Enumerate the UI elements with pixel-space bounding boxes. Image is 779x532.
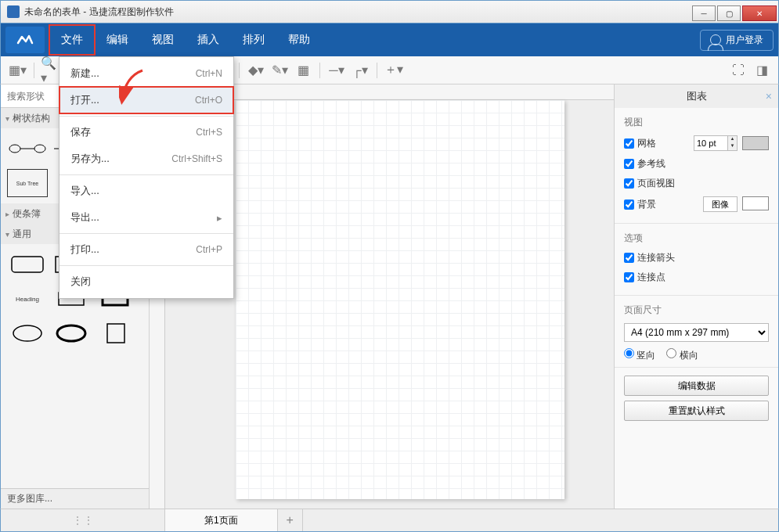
menu-new[interactable]: 新建...Ctrl+N [60,60,233,87]
menu-edit[interactable]: 编辑 [95,25,140,55]
menu-close[interactable]: 关闭 [60,268,233,295]
user-icon [710,34,721,45]
grid-label: 网格 [637,137,656,150]
guides-label: 参考线 [637,157,665,171]
guides-checkbox[interactable] [624,159,634,169]
view-heading: 视图 [624,116,769,129]
landscape-radio[interactable] [666,348,676,358]
separator [239,63,240,78]
pagesize-section: 页面尺寸 A4 (210 mm x 297 mm) 竖向 横向 [615,296,778,368]
menu-export[interactable]: 导出...▸ [60,204,233,231]
shape-subtree[interactable]: Sub Tree [7,169,48,197]
insert-button[interactable]: ＋▾ [384,60,404,81]
options-section: 选项 连接箭头 连接点 [615,224,778,296]
fill-color-button[interactable]: ◆▾ [246,60,266,81]
svg-rect-7 [12,257,43,272]
conn-arrow-checkbox[interactable] [624,253,634,263]
separator [34,63,34,78]
svg-point-11 [13,325,41,341]
app-logo[interactable] [5,27,45,53]
svg-point-12 [57,325,85,341]
connector-style[interactable]: ─▾ [326,60,347,81]
submenu-arrow-icon: ▸ [217,212,222,224]
bottom-tabbar: ⋮⋮ 第1页面 + [0,509,779,532]
close-button[interactable]: ✕ [742,5,777,21]
svg-rect-13 [107,324,124,343]
window-controls: ─ ▢ ✕ [692,2,778,21]
shape-rect-round[interactable] [7,250,48,279]
menu-import[interactable]: 导入... [60,178,233,204]
login-label: 用户登录 [726,34,763,47]
separator [60,265,233,266]
grid-size-spinner[interactable]: ▲▼ [728,135,738,151]
pageview-checkbox[interactable] [624,178,634,189]
conn-arrow-label: 连接箭头 [637,251,675,264]
menu-view[interactable]: 视图 [140,25,186,55]
more-libraries[interactable]: 更多图库... [1,488,149,509]
menu-save[interactable]: 保存Ctrl+S [60,119,233,146]
menu-help[interactable]: 帮助 [276,25,322,55]
svg-point-0 [9,145,20,153]
separator [60,174,233,175]
shape-heading[interactable]: Heading [7,285,48,313]
shadow-button[interactable]: ▦ [293,60,313,81]
format-panel-button[interactable]: ◨ [752,60,772,81]
separator [60,116,233,117]
minimize-button[interactable]: ─ [692,5,716,21]
menu-insert[interactable]: 插入 [186,25,231,55]
right-panel-title: 图表 × [615,84,778,108]
menu-open[interactable]: 打开...Ctrl+O [60,87,233,113]
shape-square[interactable] [95,319,135,347]
diagram-title: 图表 [687,89,707,103]
shape-ellipse[interactable] [7,319,48,347]
maximize-button[interactable]: ▢ [717,5,741,21]
waypoint-style[interactable]: ┌▾ [350,60,370,81]
bg-color-swatch[interactable] [742,196,769,210]
conn-point-checkbox[interactable] [624,272,634,282]
portrait-radio[interactable] [624,348,634,358]
titlebar: 未命名的表单 - 迅捷流程图制作软件 ─ ▢ ✕ [0,0,779,23]
shape-tree-1[interactable] [7,135,48,163]
canvas-page[interactable] [236,100,564,499]
file-dropdown: 新建...Ctrl+N 打开...Ctrl+O 保存Ctrl+S 另存为...C… [59,56,234,299]
pagesize-select[interactable]: A4 (210 mm x 297 mm) [624,323,769,342]
chevron-down-icon: ▾ [5,230,9,239]
grid-size-input[interactable] [694,135,728,151]
grid-checkbox[interactable] [624,138,634,149]
svg-point-1 [34,145,45,153]
login-button[interactable]: 用户登录 [700,30,774,51]
shape-ellipse-bold[interactable] [51,319,92,347]
menu-arrange[interactable]: 排列 [231,25,276,55]
separator [60,233,233,234]
menu-file[interactable]: 文件 [49,25,95,55]
landscape-label: 横向 [680,350,698,361]
menubar: 文件 编辑 视图 插入 排列 帮助 用户登录 [0,23,779,56]
fullscreen-button[interactable]: ⛶ [728,60,748,81]
image-button[interactable]: 图像 [703,196,738,212]
background-label: 背景 [637,198,656,211]
edit-data-button[interactable]: 编辑数据 [624,376,769,396]
line-color-button[interactable]: ✎▾ [269,60,290,81]
close-panel-icon[interactable]: × [766,90,772,102]
grid-color-swatch[interactable] [742,136,769,150]
layout-dropdown[interactable]: ▦▾ [7,60,27,81]
background-checkbox[interactable] [624,200,634,210]
separator [377,63,377,78]
separator [319,63,320,78]
portrait-label: 竖向 [637,350,655,361]
app-icon [7,5,20,18]
reset-style-button[interactable]: 重置默认样式 [624,401,769,421]
section-scratch-label: 便条簿 [13,207,41,221]
menu-saveas[interactable]: 另存为...Ctrl+Shift+S [60,146,233,172]
conn-point-label: 连接点 [637,271,665,284]
section-tree-label: 树状结构 [13,112,50,125]
tab-drag-handle[interactable]: ⋮⋮ [1,509,165,531]
page-tab-1[interactable]: 第1页面 [165,509,278,531]
section-general-label: 通用 [13,228,31,241]
right-panel: 图表 × 视图 网格 ▲▼ 参考线 页面视图 背景 图像 [614,84,778,509]
add-page-tab[interactable]: + [278,509,303,531]
chevron-right-icon: ▸ [5,210,9,218]
menu-print[interactable]: 打印...Ctrl+P [60,236,233,263]
pageview-label: 页面视图 [637,177,675,190]
options-heading: 选项 [624,232,769,245]
